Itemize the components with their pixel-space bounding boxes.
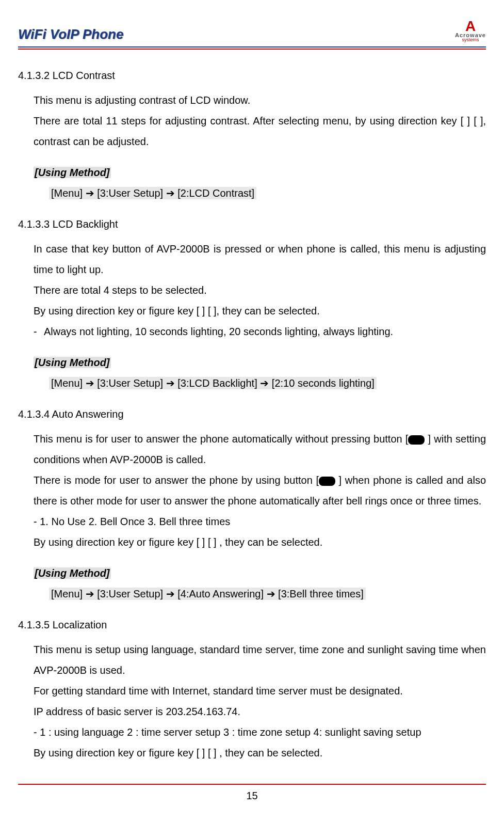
body-text: For getting standard time with Internet,… bbox=[34, 681, 486, 701]
body-text: There are total 4 steps to be selected. bbox=[34, 280, 486, 301]
body-text: By using direction key or figure key [ ]… bbox=[34, 301, 486, 321]
phone-icon bbox=[319, 477, 335, 486]
section-heading-localization: 4.1.3.5 Localization bbox=[18, 614, 486, 635]
using-method-path: [Menu] ➔ [3:User Setup] ➔ [4:Auto Answer… bbox=[49, 588, 366, 600]
header-divider-blue bbox=[18, 46, 486, 48]
body-text: This menu is adjusting contrast of LCD w… bbox=[34, 90, 486, 110]
body-text: There is mode for user to answer the pho… bbox=[34, 470, 486, 511]
body-text: This menu is for user to answer the phon… bbox=[34, 429, 486, 470]
section-body: This menu is setup using language, stand… bbox=[18, 639, 486, 763]
body-text: By using direction key or figure key [ ]… bbox=[34, 532, 486, 552]
footer-divider bbox=[18, 784, 486, 785]
using-method-label: [Using Method] bbox=[34, 567, 111, 579]
text-part: This menu is for user to answer the phon… bbox=[34, 433, 408, 445]
section-body: This menu is adjusting contrast of LCD w… bbox=[18, 90, 486, 183]
page-number: 15 bbox=[18, 787, 486, 807]
using-method-path: [Menu] ➔ [3:User Setup] ➔ [3:LCD Backlig… bbox=[49, 377, 377, 389]
header-divider-red bbox=[18, 49, 486, 50]
section-heading-lcd-contrast: 4.1.3.2 LCD Contrast bbox=[18, 65, 486, 86]
using-method-path-wrap: [Menu] ➔ [3:User Setup] ➔ [2:LCD Contras… bbox=[18, 183, 486, 203]
text-part: There is mode for user to answer the pho… bbox=[34, 475, 319, 486]
acrowave-logo: A Acrowave systems bbox=[455, 21, 486, 42]
using-method-label: [Using Method] bbox=[34, 167, 111, 178]
list-item: - 1. No Use 2. Bell Once 3. Bell three t… bbox=[34, 511, 486, 532]
logo-icon: A bbox=[465, 21, 476, 32]
using-method-path: [Menu] ➔ [3:User Setup] ➔ [2:LCD Contras… bbox=[49, 187, 256, 199]
using-method-label: [Using Method] bbox=[34, 357, 111, 368]
section-heading-lcd-backlight: 4.1.3.3 LCD Backlight bbox=[18, 214, 486, 234]
body-text: By using direction key or figure key [ ]… bbox=[34, 742, 486, 763]
list-item: - Always not lighting, 10 seconds lighti… bbox=[34, 321, 486, 342]
using-method-path-wrap: [Menu] ➔ [3:User Setup] ➔ [3:LCD Backlig… bbox=[18, 373, 486, 393]
section-heading-auto-answering: 4.1.3.4 Auto Answering bbox=[18, 404, 486, 424]
body-text: IP address of basic server is 203.254.16… bbox=[34, 701, 486, 722]
body-text: This menu is setup using language, stand… bbox=[34, 639, 486, 681]
list-text: Always not lighting, 10 seconds lighting… bbox=[44, 326, 393, 337]
phone-icon bbox=[408, 435, 425, 445]
body-text: In case that key button of AVP-2000B is … bbox=[34, 239, 486, 280]
section-body: In case that key button of AVP-2000B is … bbox=[18, 239, 486, 373]
list-dash: - bbox=[34, 321, 44, 342]
page-title: WiFi VoIP Phone bbox=[18, 26, 123, 42]
body-text: There are total 11 steps for adjusting c… bbox=[34, 110, 486, 152]
logo-sub: systems bbox=[462, 37, 479, 42]
list-item: - 1 : using language 2 : time server set… bbox=[34, 722, 486, 742]
section-body: This menu is for user to answer the phon… bbox=[18, 429, 486, 583]
using-method-path-wrap: [Menu] ➔ [3:User Setup] ➔ [4:Auto Answer… bbox=[18, 583, 486, 604]
